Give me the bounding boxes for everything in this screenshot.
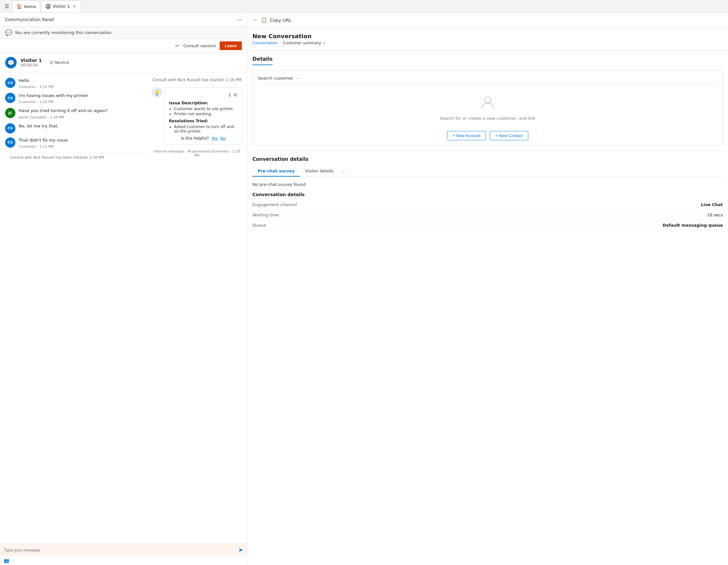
table-row: Queue Default messaging queue [252, 220, 723, 231]
message-text: Have you tried turning it off and on aga… [19, 108, 108, 114]
visitor-mood: 😐 Neutral [49, 60, 69, 65]
detail-tabs-row: Pre-chat survey Visitor details ... [252, 166, 723, 177]
table-row: CU No, let me try that. [5, 123, 147, 134]
bubble-content: Have you tried turning it off and on aga… [19, 108, 108, 119]
table-row: CU I'm having issues with my printer Cus… [5, 93, 147, 104]
send-button[interactable]: ➤ [238, 546, 243, 553]
search-label: Search customer [258, 76, 293, 81]
list-item: Printer not working. [174, 112, 238, 116]
ai-bulb-icon: 💡 [152, 87, 162, 98]
copy-url-label: Copy URL [270, 18, 292, 23]
message-text: I'm having issues with my printer [19, 93, 88, 99]
monitoring-icon: 💬 [5, 29, 12, 36]
visitor-time: 00:00:54 [21, 63, 42, 67]
tab-more-button[interactable]: ... [338, 166, 347, 176]
table-row: CU Hello Customer - 1:10 PM [5, 78, 147, 89]
chat-right: Consult with Nick Russell has started. 1… [152, 78, 242, 538]
tab-pre-chat-survey[interactable]: Pre-chat survey [252, 166, 300, 177]
ai-helpful-label: Is this helpful? [181, 136, 209, 141]
tab-visitor-details[interactable]: Visitor details [300, 166, 338, 177]
breadcrumb-arrow-icon[interactable]: ∨ [323, 41, 325, 45]
detail-label: Engagement channel [252, 202, 297, 207]
left-panel: Communication Panel — 💬 You are currentl… [0, 13, 247, 565]
copy-url-icon: 📋 [261, 17, 267, 23]
comm-panel-header: Communication Panel — [0, 13, 247, 27]
list-item: Customer wants to use printer. [174, 107, 238, 111]
conv-details-title: Conversation details [252, 156, 723, 162]
ai-no-link[interactable]: No [220, 136, 225, 141]
top-bar: ☰ 🏠 Home V1 Visitor 1 ✕ [0, 0, 728, 13]
search-customer-card: Search customer --- Search for or create… [252, 70, 723, 146]
hamburger-button[interactable]: ☰ [3, 2, 11, 11]
search-dashes: --- [296, 76, 300, 81]
ai-info-button[interactable]: ℹ [228, 92, 231, 98]
home-tab[interactable]: 🏠 Home [12, 1, 40, 12]
breadcrumb-conversation[interactable]: Conversation [252, 41, 278, 45]
message-text: Hello [19, 78, 54, 84]
ai-copy-button[interactable]: ⧉ [233, 92, 238, 98]
visitor-tab-label: Visitor 1 [53, 4, 70, 9]
new-contact-button[interactable]: + New Contact [490, 131, 528, 140]
message-input[interactable] [4, 548, 238, 552]
mood-icon: 😐 [49, 60, 54, 65]
breadcrumb-separator: · [280, 41, 281, 45]
add-participant-button[interactable]: 👥 [4, 558, 9, 563]
visitor-name: Visitor 1 [21, 58, 42, 63]
avatar: CU [5, 123, 15, 134]
ai-resolution-title: Resolutions Tried: [169, 119, 238, 123]
conversation-details-section: Conversation details Pre-chat survey Vis… [247, 151, 728, 236]
comm-minimize-button[interactable]: — [237, 17, 242, 22]
avatar: CU [5, 93, 15, 103]
search-empty-state: Search for or create a new customer, and… [258, 90, 717, 126]
leave-button[interactable]: Leave [220, 41, 242, 50]
message-meta: Customer - 1:10 PM [19, 85, 54, 89]
comm-panel-title: Communication Panel [5, 17, 54, 22]
home-icon: 🏠 [16, 4, 22, 9]
consult-icon: ↩ [175, 43, 179, 49]
table-row: Waiting time 10 secs [252, 210, 723, 220]
search-customer-row: Search customer --- [258, 76, 717, 84]
new-account-button[interactable]: + New Account [447, 131, 486, 140]
bubble-content: I'm having issues with my printer Custom… [19, 93, 88, 104]
chat-left: CU Hello Customer - 1:10 PM CU I'm havin… [5, 78, 147, 538]
visitor-tab[interactable]: V1 Visitor 1 ✕ [41, 1, 81, 12]
message-meta: Customer - 1:10 PM [19, 100, 88, 104]
ai-summary-card: ℹ ⧉ Issue Description: Customer wants to… [165, 87, 242, 145]
consult-initiated-msg: Consult with Nick Russell has been initi… [5, 153, 147, 162]
mood-label: Neutral [55, 60, 69, 65]
conv-detail-group: Conversation details Engagement channel … [252, 192, 723, 231]
visitor-details: Visitor 1 00:00:54 [21, 58, 42, 67]
no-survey-text: No pre-chat survey found [252, 182, 723, 187]
bubble-content: No, let me try that. [19, 123, 58, 129]
avatar: CU [5, 137, 15, 148]
visitor-info: 💬 Visitor 1 00:00:54 😐 Neutral [0, 53, 247, 73]
consult-bar: ↩ Consult session Leave [0, 39, 247, 53]
message-meta: Customer - 1:11 PM [19, 145, 69, 149]
new-conversation-title: New Conversation [252, 33, 723, 40]
search-empty-text: Search for or create a new customer, and… [440, 116, 536, 121]
ai-resolution-list: Asked customer to turn off and on the pr… [169, 125, 238, 134]
breadcrumb: Conversation · Customer summary ∨ [252, 41, 723, 45]
detail-value: Live Chat [701, 202, 723, 207]
message-text: That didn't fix my issue. [19, 137, 69, 143]
visitor-tab-close[interactable]: ✕ [72, 4, 77, 9]
bubble-content: Hello Customer - 1:10 PM [19, 78, 54, 89]
message-input-area: ➤ 👥 [0, 543, 247, 565]
new-conversation-section: New Conversation Conversation · Customer… [247, 28, 728, 51]
right-panel: ← 📋 Copy URL New Conversation Conversati… [247, 13, 728, 565]
detail-label: Waiting time [252, 213, 279, 217]
detail-value: Default messaging queue [663, 223, 723, 228]
avatar: CU [5, 78, 15, 88]
list-item: Asked customer to turn off and on the pr… [174, 125, 238, 134]
conv-detail-group-title: Conversation details [252, 192, 723, 197]
ai-yes-link[interactable]: Yes [212, 136, 218, 141]
table-row: CU That didn't fix my issue. Customer - … [5, 137, 147, 149]
home-tab-label: Home [24, 4, 36, 9]
new-buttons-row: + New Account + New Contact [258, 131, 717, 140]
table-row: JC Have you tried turning it off and on … [5, 108, 147, 119]
details-section: Details Search customer --- Search for o… [247, 51, 728, 151]
ai-helpful-row: Is this helpful? Yes No [169, 136, 238, 141]
back-button[interactable]: ← [252, 17, 258, 23]
consult-start-message: Consult with Nick Russell has started. 1… [152, 78, 242, 82]
table-row: Engagement channel Live Chat [252, 200, 723, 210]
